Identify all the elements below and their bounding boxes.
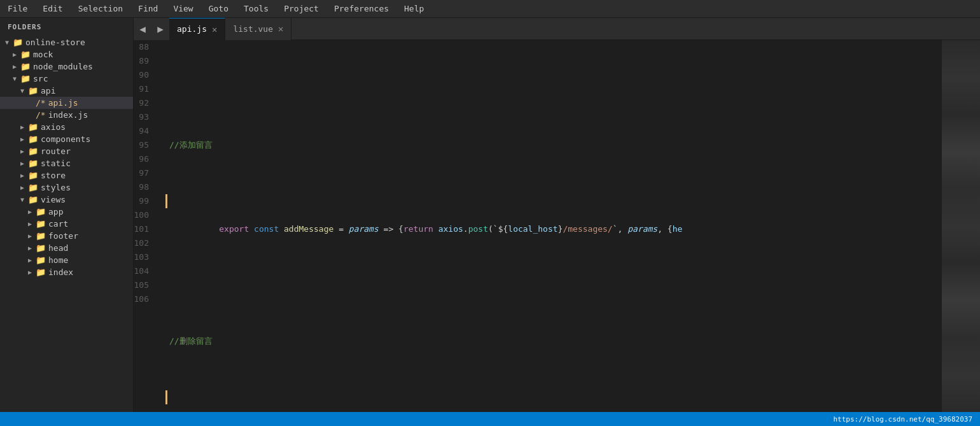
sidebar-item-views[interactable]: 📁 views (0, 194, 133, 206)
sidebar: FOLDERS 📁 online-store 📁 mock 📁 node_mod… (0, 18, 134, 412)
sidebar-item-static[interactable]: 📁 static (0, 157, 133, 169)
status-bar: https://blog.csdn.net/qq_39682037 (0, 412, 980, 426)
editor-area: ◀ ▶ api.js ✕ list.vue ✕ 88 89 90 91 92 9… (134, 18, 980, 412)
sidebar-item-api[interactable]: 📁 api (0, 85, 133, 97)
arrow-icon (28, 245, 36, 252)
tab-label: list.vue (233, 24, 273, 34)
sidebar-item-index[interactable]: 📁 index (0, 266, 133, 278)
file-label: api.js (48, 98, 78, 108)
folder-label: home (48, 255, 68, 265)
code-editor[interactable]: 88 89 90 91 92 93 94 95 96 97 98 99 100 … (134, 40, 980, 412)
minimap (942, 40, 980, 412)
code-line-89: //添加留言 (169, 138, 942, 152)
sidebar-item-mock[interactable]: 📁 mock (0, 48, 133, 60)
line-numbers: 88 89 90 91 92 93 94 95 96 97 98 99 100 … (134, 40, 164, 412)
arrow-icon (20, 136, 28, 143)
sidebar-item-styles[interactable]: 📁 styles (0, 181, 133, 194)
folder-label: static (41, 159, 71, 168)
folder-label: index (48, 267, 73, 277)
sidebar-item-components[interactable]: 📁 components (0, 133, 133, 145)
sidebar-item-src[interactable]: 📁 src (0, 73, 133, 85)
tab-api-js[interactable]: api.js ✕ (169, 18, 225, 40)
menu-find[interactable]: Find (136, 3, 160, 15)
folder-label: axios (41, 122, 66, 132)
code-line-93: export const delMessages = messageId => … (169, 390, 942, 412)
sidebar-item-cart[interactable]: 📁 cart (0, 218, 133, 230)
sidebar-item-footer[interactable]: 📁 footer (0, 230, 133, 242)
menu-help[interactable]: Help (402, 3, 426, 15)
arrow-icon (20, 148, 28, 155)
arrow-icon (5, 39, 13, 46)
menu-preferences[interactable]: Preferences (332, 3, 391, 15)
sidebar-header: FOLDERS (0, 18, 133, 36)
sidebar-item-api-js[interactable]: /* api.js (0, 97, 133, 109)
tab-label: api.js (177, 24, 207, 34)
arrow-icon (20, 196, 28, 203)
folder-label: router (41, 146, 71, 156)
folder-label: app (48, 207, 63, 217)
menu-view[interactable]: View (171, 3, 195, 15)
folder-label: head (48, 243, 68, 253)
tab-list-vue[interactable]: list.vue ✕ (225, 18, 291, 40)
sidebar-item-store[interactable]: 📁 store (0, 169, 133, 181)
folder-label: footer (48, 231, 78, 241)
arrow-icon (13, 75, 20, 82)
folder-label: cart (48, 219, 68, 229)
sidebar-item-app[interactable]: 📁 app (0, 206, 133, 218)
sidebar-item-head[interactable]: 📁 head (0, 242, 133, 254)
menu-selection[interactable]: Selection (76, 3, 125, 15)
arrow-icon (20, 87, 28, 94)
arrow-icon (20, 184, 28, 191)
arrow-icon (20, 172, 28, 179)
code-line-91 (169, 278, 942, 292)
arrow-icon (28, 269, 36, 276)
folder-label: api (41, 86, 55, 96)
arrow-icon (13, 63, 20, 70)
minimap-content (942, 40, 980, 412)
menu-project[interactable]: Project (281, 3, 321, 15)
file-label: index.js (48, 110, 88, 120)
menu-tools[interactable]: Tools (241, 3, 271, 15)
tab-nav-back[interactable]: ◀ (134, 18, 151, 40)
sidebar-item-index-js[interactable]: /* index.js (0, 109, 133, 121)
sidebar-item-node-modules[interactable]: 📁 node_modules (0, 60, 133, 73)
sidebar-item-axios[interactable]: 📁 axios (0, 121, 133, 133)
folder-label: src (33, 74, 48, 83)
arrow-icon (28, 232, 36, 239)
code-content: //添加留言 export const addMessage = params … (164, 40, 942, 412)
arrow-icon (20, 124, 28, 131)
arrow-icon (28, 257, 36, 264)
folder-label: online-store (25, 38, 85, 47)
sidebar-item-online-store[interactable]: 📁 online-store (0, 36, 133, 48)
tab-close-icon[interactable]: ✕ (212, 25, 217, 34)
folder-label: node_modules (33, 62, 93, 71)
menu-goto[interactable]: Goto (206, 3, 231, 15)
tab-nav-forward[interactable]: ▶ (151, 18, 169, 40)
main-layout: FOLDERS 📁 online-store 📁 mock 📁 node_mod… (0, 18, 980, 412)
folder-label: components (41, 134, 90, 144)
code-line-90: export const addMessage = params => {ret… (169, 194, 942, 236)
menu-edit[interactable]: Edit (40, 3, 65, 15)
arrow-icon (20, 160, 28, 167)
folder-label: views (41, 195, 66, 204)
menu-bar: File Edit Selection Find View Goto Tools… (0, 0, 980, 18)
sidebar-item-home[interactable]: 📁 home (0, 254, 133, 266)
folder-label: mock (33, 50, 53, 59)
code-line-92: //删除留言 (169, 334, 942, 348)
menu-file[interactable]: File (5, 3, 30, 15)
spacer (28, 111, 36, 118)
arrow-icon (28, 220, 36, 227)
folder-label: store (41, 171, 66, 180)
tab-close-icon[interactable]: ✕ (278, 24, 283, 33)
spacer (28, 99, 36, 106)
folder-label: styles (41, 183, 71, 192)
arrow-icon (13, 51, 20, 58)
code-line-88 (169, 82, 942, 96)
sidebar-item-router[interactable]: 📁 router (0, 145, 133, 157)
status-url: https://blog.csdn.net/qq_39682037 (833, 415, 972, 423)
arrow-icon (28, 208, 36, 215)
tab-bar: ◀ ▶ api.js ✕ list.vue ✕ (134, 18, 980, 40)
